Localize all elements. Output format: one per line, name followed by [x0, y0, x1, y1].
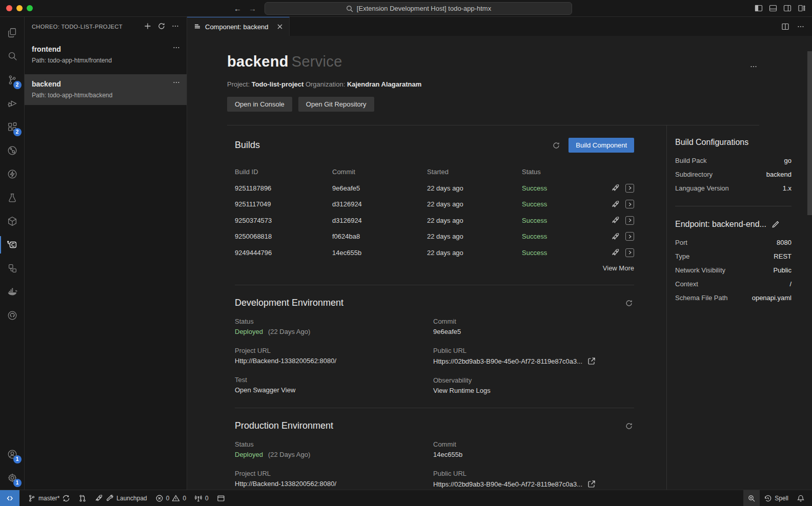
prod-env-refresh-icon[interactable]	[625, 422, 633, 430]
open-build-icon[interactable]	[625, 200, 634, 208]
command-center-search[interactable]: [Extension Development Host] todo-app-ht…	[265, 2, 572, 15]
open-build-icon[interactable]	[625, 184, 634, 193]
sidebar-title: CHOREO: TODO-LIST-PROJECT	[32, 24, 144, 30]
explorer-icon[interactable]	[0, 21, 25, 45]
build-status: Success	[522, 249, 547, 257]
back-icon[interactable]: ←	[234, 4, 241, 13]
organization-label: Organization:	[306, 80, 345, 88]
spell-label: Spell	[775, 495, 788, 502]
endpoint-heading: Endpoint: backend-end...	[675, 220, 766, 229]
build-id: 9249444796	[235, 249, 332, 257]
config-label: Build Pack	[675, 157, 706, 164]
maximize-window-button[interactable]	[27, 5, 33, 11]
customize-layout-icon[interactable]	[798, 4, 806, 12]
testing-icon[interactable]	[0, 186, 25, 209]
build-row: 9251117049 d3126924 22 days ago Success	[235, 196, 634, 213]
close-tab-icon[interactable]	[276, 23, 284, 31]
deploy-rocket-icon[interactable]	[612, 248, 620, 257]
editor-more-icon[interactable]	[797, 23, 805, 31]
pull-request-status[interactable]	[74, 490, 91, 506]
choreo-sidebar: CHOREO: TODO-LIST-PROJECT frontend Path:…	[25, 17, 187, 490]
component-detail-page: backendService Project: Todo-list-projec…	[187, 36, 812, 490]
thunder-client-icon[interactable]	[0, 162, 25, 186]
more-actions-icon[interactable]	[171, 22, 179, 30]
zoom-status[interactable]	[743, 490, 760, 506]
warning-count: 0	[182, 495, 186, 502]
endpoint-label: Type	[675, 252, 689, 260]
view-more-link[interactable]: View More	[235, 264, 634, 272]
docker-icon[interactable]	[0, 280, 25, 304]
deploy-rocket-icon[interactable]	[612, 184, 620, 192]
endpoint-value: Public	[774, 266, 791, 274]
toggle-sidebar-icon[interactable]	[755, 4, 763, 12]
open-build-icon[interactable]	[625, 232, 634, 241]
choreo-icon[interactable]	[0, 233, 25, 257]
source-control-icon[interactable]: 2	[0, 68, 25, 92]
item-more-icon[interactable]	[172, 44, 180, 52]
search-view-icon[interactable]	[0, 45, 25, 68]
project-url-link[interactable]: Http://Backend-1338200562:8080/	[235, 357, 433, 365]
component-path: Path: todo-app-htmx/backend	[32, 92, 179, 99]
endpoint-label: Network Visibility	[675, 266, 725, 274]
extensions-icon[interactable]: 2	[0, 115, 25, 139]
build-id: 9250374573	[235, 217, 332, 224]
public-url-link[interactable]: Https://02bd9ab3-B90e-45e0-Af72-8119e87c…	[433, 357, 582, 365]
close-window-button[interactable]	[6, 5, 12, 11]
build-status: Success	[522, 233, 547, 240]
status-label: Status	[235, 318, 433, 325]
build-started: 22 days ago	[427, 184, 522, 192]
project-blocks-icon[interactable]	[0, 257, 25, 280]
accounts-icon[interactable]: 1	[0, 442, 25, 466]
open-git-repository-button[interactable]: Open Git Repository	[298, 97, 374, 112]
builds-refresh-icon[interactable]	[552, 141, 560, 150]
run-debug-icon[interactable]	[0, 92, 25, 115]
open-swagger-link[interactable]: Open Swagger View	[235, 386, 433, 394]
build-component-button[interactable]: Build Component	[569, 138, 634, 153]
toggle-secondary-sidebar-icon[interactable]	[783, 4, 791, 12]
endpoint-label: Schema File Path	[675, 294, 728, 302]
notifications-status[interactable]	[793, 490, 812, 506]
build-status: Success	[522, 217, 547, 224]
dev-env-refresh-icon[interactable]	[625, 299, 633, 307]
remote-indicator[interactable]	[0, 490, 19, 506]
view-runtime-logs-link[interactable]: View Runtime Logs	[433, 387, 634, 394]
remote-explorer-icon[interactable]	[0, 139, 25, 162]
tab-component-backend[interactable]: Component: backend	[187, 17, 290, 36]
open-build-icon[interactable]	[625, 216, 634, 225]
toggle-panel-icon[interactable]	[769, 4, 777, 12]
spell-status[interactable]: Spell	[760, 490, 793, 506]
external-link-icon[interactable]	[587, 480, 596, 488]
component-item-backend[interactable]: backend Path: todo-app-htmx/backend	[25, 74, 187, 105]
problems-status[interactable]: 0 0	[151, 490, 190, 506]
launchpad-status[interactable]: Launchpad	[91, 490, 151, 506]
container-cube-icon[interactable]	[0, 209, 25, 233]
deploy-rocket-icon[interactable]	[612, 233, 620, 241]
page-more-icon[interactable]	[749, 62, 758, 71]
project-url-link[interactable]: Http://Backend-1338200562:8080/	[235, 480, 433, 488]
add-component-icon[interactable]	[144, 22, 152, 30]
deploy-rocket-icon[interactable]	[612, 216, 620, 224]
page-title: backend	[227, 53, 289, 70]
split-editor-icon[interactable]	[781, 23, 789, 31]
accounts-badge: 1	[13, 455, 22, 463]
commit-label: Commit	[433, 440, 634, 448]
github-icon[interactable]	[0, 304, 25, 327]
component-item-frontend[interactable]: frontend Path: todo-app-htmx/frontend	[25, 39, 187, 70]
open-in-console-button[interactable]: Open in Console	[227, 97, 292, 112]
ports-status[interactable]: 0	[190, 490, 213, 506]
settings-gear-icon[interactable]: 1	[0, 466, 25, 490]
refresh-icon[interactable]	[157, 22, 166, 30]
edit-pencil-icon[interactable]	[772, 220, 780, 228]
editor-layout-status[interactable]	[213, 490, 229, 506]
endpoint-value: 8080	[777, 239, 791, 246]
public-url-link[interactable]: Https://02bd9ab3-B90e-45e0-Af72-8119e87c…	[433, 480, 582, 488]
git-branch-status[interactable]: master*	[24, 490, 74, 506]
open-build-icon[interactable]	[625, 248, 634, 257]
forward-icon[interactable]: →	[249, 4, 256, 13]
config-value: go	[784, 157, 791, 164]
col-build-id: Build ID	[235, 168, 332, 176]
deploy-rocket-icon[interactable]	[612, 200, 620, 208]
minimize-window-button[interactable]	[16, 5, 23, 11]
item-more-icon[interactable]	[172, 78, 180, 87]
external-link-icon[interactable]	[587, 357, 596, 365]
